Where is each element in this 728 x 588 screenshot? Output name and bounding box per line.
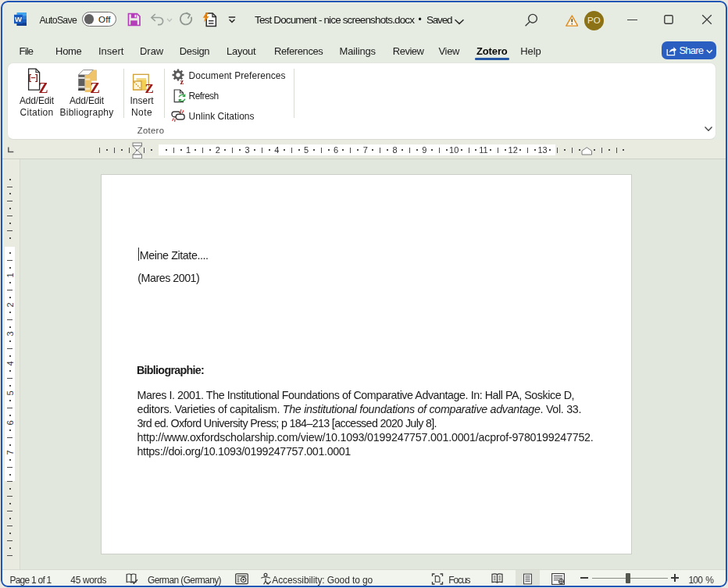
svg-text:z: z (180, 77, 184, 85)
svg-text:W: W (15, 15, 22, 23)
svg-text:[–]: [–] (28, 73, 38, 82)
svg-text:Z: Z (39, 80, 48, 94)
svg-text:Z: Z (90, 80, 100, 94)
svg-text:Z: Z (145, 81, 154, 94)
